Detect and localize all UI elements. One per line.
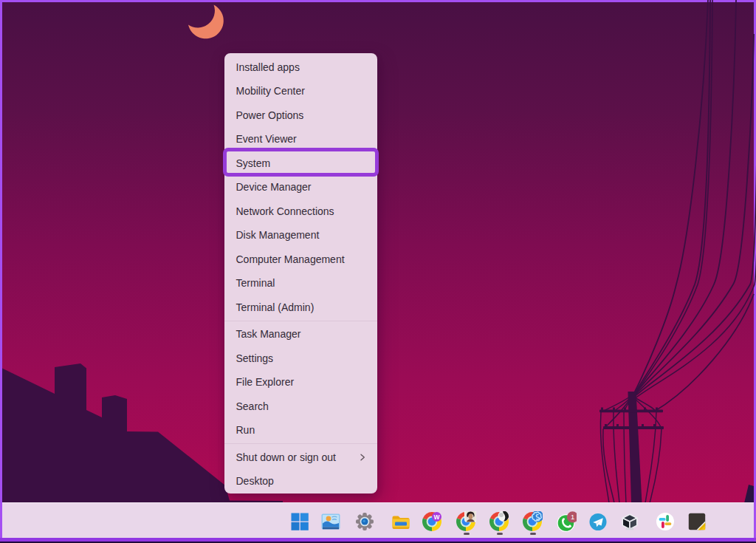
svg-text:1: 1 bbox=[571, 513, 574, 521]
svg-text:W: W bbox=[433, 513, 440, 521]
